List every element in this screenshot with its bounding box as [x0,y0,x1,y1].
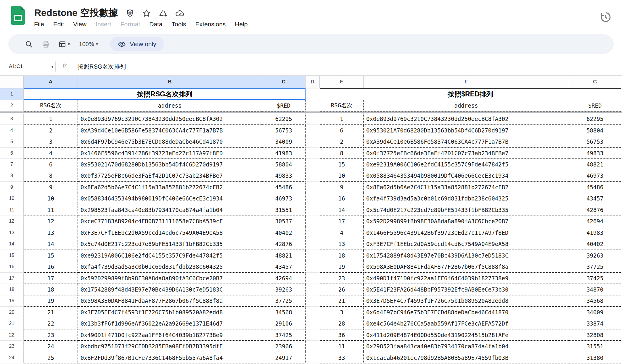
cell-F7[interactable]: 0xe92319A006C106e2fdC4155c357C9Fde447842… [364,159,569,170]
cell-B24[interactable]: 0xBF2FDd39f867B1cFe7336C1468F5bb557a6A8f… [78,352,262,363]
row-header-2[interactable]: 2 [0,100,24,111]
cell-E17[interactable]: 23 [320,273,364,284]
zoom-control[interactable]: 100% ▾ [79,41,98,48]
cell-C18[interactable]: 39263 [262,284,306,295]
cell-G3[interactable]: 62295 [569,114,621,125]
cell-A10[interactable]: 10 [24,193,78,204]
cell-G5[interactable]: 56753 [569,136,621,147]
filter-views-control[interactable]: ▾ [59,41,70,48]
cell-E13[interactable]: 4 [320,227,364,238]
row-header-15[interactable]: 15 [0,250,24,261]
cell-G13[interactable]: 41983 [569,227,621,238]
cell-B4[interactable]: 0xA39d4Ce10e6B586Fe58374C063CA4c777F1a7B… [78,125,262,136]
cell-D1[interactable] [306,88,320,100]
cell-F2-header[interactable]: address [364,100,569,111]
cell-D9[interactable] [306,182,320,193]
cell-C20[interactable]: 34568 [262,307,306,318]
cell-B7[interactable]: 0x953021A70d68280Db13563bb54Df4C6D270d91… [78,159,262,170]
cell-F18[interactable]: 0x5E41F23FA26d448BbF957392Efc9AB0EeCe73b… [364,284,569,295]
cell-A17[interactable]: 17 [24,273,78,284]
cell-B15[interactable]: 0xe92319A006C106e2fdC4155c357C9Fde447842… [78,250,262,261]
cell-A23[interactable]: 24 [24,341,78,352]
cloud-check-icon[interactable] [175,9,185,18]
menu-item-extensions[interactable]: Extensions [195,20,226,28]
search-icon[interactable] [25,40,33,48]
row-header-4[interactable]: 4 [0,125,24,136]
cell-D18[interactable] [306,284,320,295]
cell-B12[interactable]: 0xceC771B3AB9204c4EB0B731111658e7C8bA539… [78,216,262,227]
cell-F23[interactable]: 0x298523faa843ca40e83b7934170ca874a4fa1b… [364,341,569,352]
cell-D23[interactable] [306,341,320,352]
cell-B13[interactable]: 0xF3E7CFf1EEbc2d0A59ccd14cd6c7549A04E9eA… [78,227,262,238]
cell-B17[interactable]: 0x592D299899fBb98F30A8da8a890fA3C6Cbce20… [78,273,262,284]
row-header-10[interactable]: 10 [0,193,24,204]
cell-C5[interactable]: 34009 [262,136,306,147]
cell-F19[interactable]: 0x3E7D5EF4C7f4593f1F726C75b1b089520A82ed… [364,295,569,307]
row-header-6[interactable]: 6 [0,148,24,159]
cell-F4[interactable]: 0x953021A70d68280Db13563bb54Df4C6D270d91… [364,125,569,136]
cell-A24[interactable]: 25 [24,352,78,363]
cell-C19[interactable]: 37725 [262,295,306,307]
cell-F5[interactable]: 0xA39d4Ce10e6B586Fe58374C063CA4c777F1a7B… [364,136,569,147]
row-header-12[interactable]: 12 [0,216,24,227]
cell-F3[interactable]: 0x0e893d9769c3210C73843230dd250eecBC8fA3… [364,114,569,125]
cell-A15[interactable]: 15 [24,250,78,261]
badge-icon[interactable]: @ [126,9,134,18]
cell-C10[interactable]: 46973 [262,193,306,204]
cell-C4[interactable]: 56753 [262,125,306,136]
cell-B22[interactable]: 0x490D1f471D0fc922aa1FF6f64C4039b1827738… [78,329,262,341]
cell-G24[interactable]: 31380 [569,352,621,363]
column-header-F[interactable]: F [364,76,569,88]
menu-item-file[interactable]: File [33,20,45,28]
cell-F21[interactable]: 0xe4c564e4b276CCa5aab559Af17FCe3cAEFA572… [364,318,569,329]
cell-A3[interactable]: 1 [24,114,78,125]
cell-C23[interactable]: 23966 [262,341,306,352]
select-all-corner[interactable] [0,76,24,88]
cell-B10[interactable]: 0x05883464353494b980019DfC406e66CecE3c19… [78,193,262,204]
cell-D16[interactable] [306,261,320,272]
menu-item-view[interactable]: View [73,20,87,28]
row-header-17[interactable]: 17 [0,273,24,284]
cell-D8[interactable] [306,170,320,182]
cell-A18[interactable]: 18 [24,284,78,295]
cell-A12[interactable]: 12 [24,216,78,227]
column-header-G[interactable]: G [569,76,621,88]
cell-A8[interactable]: 8 [24,170,78,182]
cell-C9[interactable]: 45486 [262,182,306,193]
cell-F24[interactable]: 0x1cacab46201ec798d92B5A80B5a89E74559fb0… [364,352,569,363]
cell-F22[interactable]: 0x411d209E4874E00Dd550de43190224515b28fA… [364,329,569,341]
cell-D14[interactable] [306,238,320,250]
cell-G22[interactable]: 32808 [569,329,621,341]
cell-A21[interactable]: 22 [24,318,78,329]
cell-C13[interactable]: 40402 [262,227,306,238]
column-header-E[interactable]: E [320,76,364,88]
cell-B14[interactable]: 0x5c74d0E217c223cd7e89bFE51433f1bFB82Cb3… [78,238,262,250]
cell-B23[interactable]: 0xbdbc9751D73f29CFDDB285EBa08FfDB7B3395d… [78,341,262,352]
row-header-13[interactable]: 13 [0,227,24,238]
cell-D24[interactable] [306,352,320,363]
cell-F9[interactable]: 0x8Ea62d5b6Ae7C4C1f15a33a852881b272674cF… [364,182,569,193]
row-header-19[interactable]: 19 [0,295,24,307]
star-icon[interactable] [142,9,151,18]
cell-A7[interactable]: 6 [24,159,78,170]
menu-item-help[interactable]: Help [234,20,248,28]
cell-G12[interactable]: 42694 [569,216,621,227]
cell-C17[interactable]: 42694 [262,273,306,284]
cell-E3[interactable]: 1 [320,114,364,125]
cell-E6[interactable]: 8 [320,148,364,159]
cell-D13[interactable] [306,227,320,238]
cell-F16[interactable]: 0x598A3E0DAF8841FdaAF877F2867b067f5C888f… [364,261,569,272]
column-header-B[interactable]: B [78,76,262,88]
cell-B20[interactable]: 0x3E7D5EF4C7f4593f1F726C75b1b089520A82ed… [78,307,262,318]
cell-E16[interactable]: 19 [320,261,364,272]
cell-G4[interactable]: 58804 [569,125,621,136]
version-history-icon[interactable] [599,11,612,24]
row-header-5[interactable]: 5 [0,136,24,147]
cell-D19[interactable] [306,295,320,307]
cell-A22[interactable]: 23 [24,329,78,341]
row-header-14[interactable]: 14 [0,238,24,250]
cell-E9[interactable]: 9 [320,182,364,193]
cell-G16[interactable]: 37725 [569,261,621,272]
cell-E2-header[interactable]: RSG名次 [320,100,364,111]
cell-A19[interactable]: 19 [24,295,78,307]
